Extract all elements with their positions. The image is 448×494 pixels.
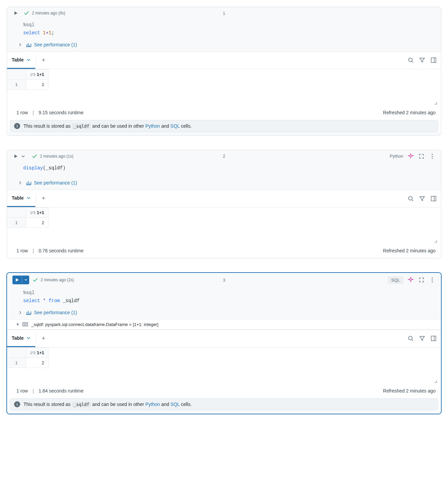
chevron-right-icon: [18, 311, 23, 314]
see-performance-link[interactable]: See performance (1): [7, 41, 441, 51]
row-number-header: [7, 208, 26, 218]
see-performance-link[interactable]: See performance (1): [7, 308, 441, 319]
svg-point-0: [409, 58, 412, 62]
kebab-menu-icon[interactable]: [429, 153, 436, 160]
kebab-menu-icon[interactable]: [429, 277, 436, 283]
chevron-right-icon: [18, 181, 23, 184]
expand-icon[interactable]: [418, 153, 425, 160]
resize-handle-icon[interactable]: [432, 238, 437, 243]
table-icon: [23, 322, 28, 326]
sparkle-icon[interactable]: [407, 153, 414, 160]
table-row[interactable]: 1 2: [7, 218, 48, 228]
column-header[interactable]: 1²31+1: [26, 347, 48, 358]
svg-rect-12: [431, 336, 436, 341]
row-number-header: [7, 69, 26, 79]
cell-number: 1: [223, 11, 225, 16]
chevron-down-icon[interactable]: [20, 154, 26, 159]
language-label[interactable]: SQL: [388, 276, 403, 284]
notebook-cell: 2 minutes ago (1s) 2 Python display(_sql…: [7, 150, 441, 259]
svg-rect-10: [23, 323, 28, 326]
result-footer: 1 row | 9.15 seconds runtime Refreshed 2…: [7, 106, 441, 120]
cell-timestamp: 2 minutes ago (9s): [32, 11, 65, 15]
code-editor[interactable]: %sql select * from _sqldf: [7, 287, 441, 308]
result-panel: Table + 1²31+1 1 2: [7, 330, 441, 410]
info-banner: i This result is stored as _sqldf and ca…: [10, 120, 438, 132]
bar-chart-icon: [26, 180, 31, 185]
table-row[interactable]: 1 2: [7, 79, 48, 89]
svg-point-3: [432, 156, 433, 157]
sql-link[interactable]: SQL: [171, 402, 180, 407]
table-row[interactable]: 1 2: [7, 358, 48, 368]
column-header[interactable]: 1²31+1: [26, 208, 48, 218]
filter-icon[interactable]: [419, 335, 425, 342]
filter-icon[interactable]: [419, 57, 425, 64]
success-check-icon: [23, 10, 30, 16]
success-check-icon: [31, 153, 38, 160]
schema-row[interactable]: _sqldf: pyspark.sql.connect.dataframe.Da…: [7, 319, 441, 330]
chevron-down-icon: [27, 58, 31, 62]
cell-timestamp: 2 minutes ago (2s): [41, 278, 74, 282]
svg-point-8: [432, 280, 433, 281]
table-tab[interactable]: Table: [7, 52, 35, 69]
info-icon: i: [14, 123, 20, 129]
cell-header: 2 minutes ago (9s) 1: [7, 7, 441, 19]
schema-text: _sqldf: pyspark.sql.connect.dataframe.Da…: [31, 322, 159, 327]
cell-header: 2 minutes ago (1s) 2 Python: [7, 150, 441, 162]
python-link[interactable]: Python: [145, 123, 160, 129]
refreshed-label: Refreshed 2 minutes ago: [383, 388, 436, 394]
svg-point-4: [432, 158, 433, 159]
cell-number: 3: [223, 278, 225, 283]
table-tab[interactable]: Table: [7, 190, 35, 207]
language-label[interactable]: Python: [390, 154, 403, 159]
add-tab-button[interactable]: +: [39, 57, 48, 64]
chevron-down-icon[interactable]: [22, 276, 29, 284]
resize-handle-icon[interactable]: [432, 100, 437, 105]
add-tab-button[interactable]: +: [39, 335, 48, 342]
filter-icon[interactable]: [419, 195, 425, 202]
chevron-down-icon: [27, 196, 31, 200]
svg-point-11: [409, 336, 412, 340]
notebook-cell: 2 minutes ago (2s) 3 SQL %sql select * f…: [7, 273, 441, 414]
result-table[interactable]: 1²31+1 1 2: [7, 69, 48, 90]
notebook-cell: 2 minutes ago (9s) 1 %sql select 1+1; Se…: [7, 7, 441, 136]
svg-rect-6: [431, 196, 436, 201]
code-editor[interactable]: display(_sqldf): [7, 162, 441, 176]
divider: [36, 194, 36, 203]
result-tabs: Table +: [7, 190, 441, 207]
row-count: 1 row: [16, 248, 28, 253]
run-button[interactable]: [12, 276, 29, 284]
svg-point-7: [432, 278, 433, 279]
result-table[interactable]: 1²31+1 1 2: [7, 347, 48, 368]
run-button[interactable]: [12, 153, 19, 160]
panel-icon[interactable]: [430, 335, 437, 342]
info-icon: i: [14, 401, 20, 407]
sparkle-icon[interactable]: [407, 277, 414, 283]
panel-icon[interactable]: [430, 195, 437, 202]
row-count: 1 row: [16, 388, 28, 394]
result-footer: 1 row | 0.76 seconds runtime Refreshed 2…: [7, 244, 441, 258]
see-performance-link[interactable]: See performance (1): [7, 179, 441, 190]
runtime: 1.64 seconds runtime: [39, 388, 84, 394]
column-header[interactable]: 1²31+1: [26, 69, 48, 79]
chevron-down-icon: [27, 336, 31, 340]
sql-link[interactable]: SQL: [171, 123, 180, 129]
svg-rect-1: [431, 58, 436, 63]
info-banner: i This result is stored as _sqldf and ca…: [10, 398, 438, 410]
result-table[interactable]: 1²31+1 1 2: [7, 207, 48, 228]
search-icon[interactable]: [407, 195, 414, 202]
search-icon[interactable]: [407, 57, 414, 64]
code-editor[interactable]: %sql select 1+1;: [7, 19, 441, 41]
runtime: 9.15 seconds runtime: [39, 110, 84, 115]
bar-chart-icon: [26, 42, 31, 47]
run-button[interactable]: [12, 10, 19, 16]
cell-header: 2 minutes ago (2s) 3 SQL: [7, 273, 441, 287]
search-icon[interactable]: [407, 335, 414, 342]
resize-handle-icon[interactable]: [432, 378, 437, 383]
python-link[interactable]: Python: [145, 402, 160, 407]
expand-icon[interactable]: [418, 277, 425, 283]
svg-point-9: [432, 282, 433, 283]
table-tab[interactable]: Table: [7, 330, 35, 347]
add-tab-button[interactable]: +: [39, 195, 48, 202]
caret-right-icon: [16, 323, 19, 326]
panel-icon[interactable]: [430, 57, 437, 64]
